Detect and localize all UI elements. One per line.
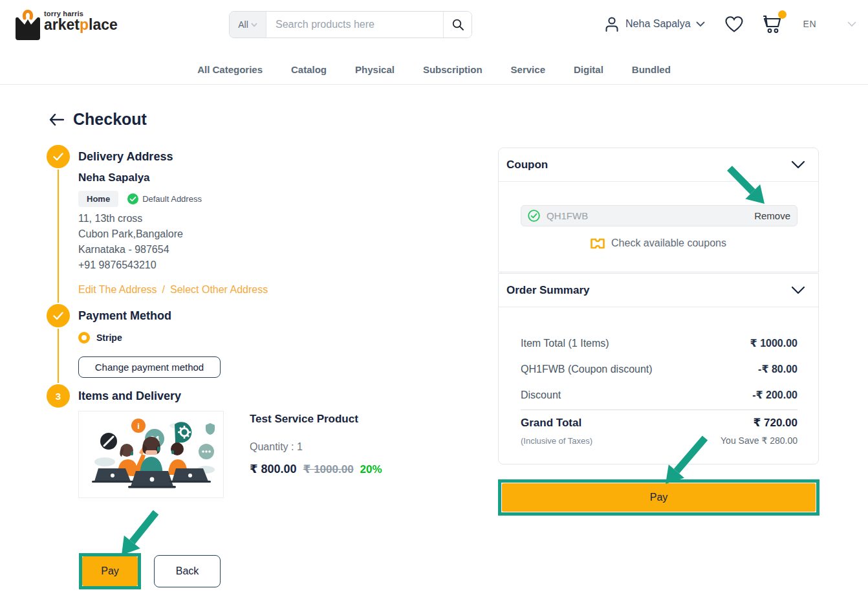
coupon-input: Remove <box>521 205 797 226</box>
product-quantity: Quantity : 1 <box>250 441 303 453</box>
step1-circle <box>47 145 70 168</box>
address-line: Cubon Park,Bangalore <box>78 226 183 242</box>
step3-circle: 3 <box>47 384 70 408</box>
page-title: Checkout <box>73 110 147 129</box>
product-original-price: ₹ 1000.00 <box>303 463 354 476</box>
product-price-row: ₹ 800.00 ₹ 1000.00 20% <box>250 462 382 476</box>
summary-divider <box>521 410 797 410</box>
search-category-select[interactable]: All <box>230 12 266 38</box>
step2-title: Payment Method <box>78 309 171 323</box>
product-image[interactable]: i 24 <box>78 411 224 498</box>
nav-service[interactable]: Service <box>511 64 545 75</box>
bag-m-icon <box>10 5 48 43</box>
link-separator: / <box>162 284 165 296</box>
address-lines: 11, 13th cross Cubon Park,Bangalore Karn… <box>78 211 183 273</box>
summary-row-discount: Discount -₹ 200.00 <box>521 389 797 401</box>
stripe-radio[interactable] <box>78 332 90 344</box>
header: torry harris arketplace All Neha Sapalya <box>0 0 868 49</box>
chevron-down-icon[interactable] <box>791 286 805 294</box>
check-icon <box>53 312 63 320</box>
marketplace-logo[interactable]: torry harris arketplace <box>10 5 118 43</box>
cart-button[interactable] <box>763 14 784 34</box>
step2-circle <box>47 304 70 327</box>
user-icon <box>603 16 620 32</box>
pay-button-items[interactable]: Pay <box>82 556 138 586</box>
step1-title: Delivery Address <box>78 150 173 164</box>
chevron-down-icon <box>696 21 705 27</box>
account-menu[interactable]: Neha Sapalya <box>603 16 705 32</box>
check-available-coupons-link[interactable]: Check available coupons <box>499 237 818 249</box>
search-icon <box>451 18 464 31</box>
search-button[interactable] <box>443 12 472 38</box>
summary-row-grand-total: Grand Total ₹ 720.00 <box>521 416 797 430</box>
language-selector[interactable]: EN <box>803 19 816 29</box>
wishlist-button[interactable] <box>724 16 744 33</box>
coupon-remove-button[interactable]: Remove <box>754 210 790 221</box>
chevron-down-icon <box>251 23 257 27</box>
address-phone: +91 9876543210 <box>78 257 183 273</box>
coupon-code-field[interactable] <box>547 210 748 221</box>
you-save-label: You Save ₹ 280.00 <box>721 435 797 446</box>
search-bar: All <box>229 11 472 38</box>
default-check-icon <box>127 193 138 204</box>
product-discount: 20% <box>360 463 382 476</box>
delivery-name: Neha Sapalya <box>78 171 150 184</box>
nav-all-categories[interactable]: All Categories <box>197 64 263 75</box>
chevron-down-icon[interactable] <box>847 21 856 27</box>
check-icon <box>53 153 63 161</box>
search-input[interactable] <box>266 12 443 38</box>
category-nav: All Categories Catalog Physical Subscrip… <box>0 54 868 85</box>
product-name: Test Service Product <box>250 413 358 426</box>
heart-icon <box>724 16 744 33</box>
nav-digital[interactable]: Digital <box>574 64 603 75</box>
back-arrow-icon[interactable] <box>49 113 64 126</box>
address-line: 11, 13th cross <box>78 211 183 226</box>
default-address-label: Default Address <box>142 194 202 204</box>
search-category-value: All <box>238 19 248 30</box>
account-name: Neha Sapalya <box>625 18 691 30</box>
step-connector <box>58 169 59 303</box>
logo-brand: arketplace <box>44 17 118 32</box>
customer-support-illustration: i 24 <box>79 411 223 497</box>
checkout-page: torry harris arketplace All Neha Sapalya <box>0 0 868 601</box>
summary-row-coupon-discount: QH1FWB (Coupon discount) -₹ 80.00 <box>521 363 797 375</box>
svg-text:i: i <box>137 421 140 431</box>
nav-catalog[interactable]: Catalog <box>291 64 327 75</box>
step3-title: Items and Delivery <box>78 389 181 403</box>
product-price: ₹ 800.00 <box>250 462 297 476</box>
summary-row-item-total: Item Total (1 Items) ₹ 1000.00 <box>521 337 797 349</box>
coupon-title: Coupon <box>506 158 548 171</box>
chevron-down-icon[interactable] <box>791 160 805 169</box>
nav-bundled[interactable]: Bundled <box>632 64 671 75</box>
ticket-icon <box>591 238 605 249</box>
back-button[interactable]: Back <box>154 555 221 587</box>
pay-button-main[interactable]: Pay <box>502 483 816 512</box>
coupon-panel: Coupon Remove Check available coupons <box>498 148 819 272</box>
coupon-applied-check-icon <box>528 210 540 222</box>
stripe-label: Stripe <box>96 333 122 343</box>
address-line: Karnataka - 987654 <box>78 242 183 257</box>
summary-row-taxes: (Inclusive of Taxes) You Save ₹ 280.00 <box>521 435 797 446</box>
change-payment-method-button[interactable]: Change payment method <box>78 356 221 378</box>
nav-physical[interactable]: Physical <box>355 64 395 75</box>
order-summary-panel: Order Summary Item Total (1 Items) ₹ 100… <box>498 273 819 464</box>
step-connector <box>58 329 59 383</box>
order-summary-title: Order Summary <box>506 284 590 297</box>
address-tag-chip: Home <box>78 191 118 207</box>
select-other-address-link[interactable]: Select Other Address <box>170 284 268 296</box>
edit-address-link[interactable]: Edit The Address <box>78 284 157 296</box>
cart-badge <box>778 10 787 19</box>
nav-subscription[interactable]: Subscription <box>423 64 483 75</box>
